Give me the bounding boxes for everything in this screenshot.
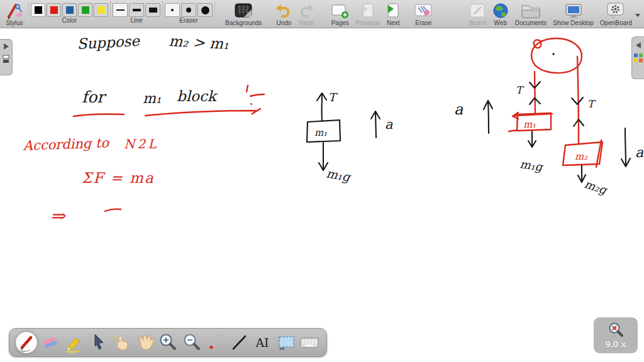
svg-text:m₁: m₁ bbox=[314, 127, 327, 138]
eraser-large-button[interactable] bbox=[197, 3, 213, 17]
previous-button[interactable]: Previous bbox=[352, 0, 383, 28]
svg-text:According to: According to bbox=[22, 135, 109, 153]
pan-tool-button[interactable] bbox=[134, 331, 155, 354]
right-drawer-tab[interactable] bbox=[631, 36, 644, 79]
color-swatch-blue[interactable] bbox=[62, 3, 77, 17]
keyboard-tool-button[interactable] bbox=[299, 331, 320, 354]
gear-bubble-icon bbox=[606, 2, 625, 19]
folder-icon bbox=[520, 2, 541, 19]
line-thick-button[interactable] bbox=[145, 3, 160, 17]
color-swatch-black[interactable] bbox=[31, 3, 45, 17]
stylus-button[interactable]: Stylus bbox=[3, 0, 26, 28]
undo-button[interactable]: Undo bbox=[272, 0, 295, 28]
line-thin-button[interactable] bbox=[113, 3, 128, 17]
red-dash bbox=[105, 209, 121, 211]
globe-icon bbox=[492, 2, 509, 19]
backgrounds-label: Backgrounds bbox=[225, 19, 262, 27]
medium-dot-icon bbox=[186, 8, 191, 13]
weight2-arrow bbox=[578, 165, 586, 182]
expand-right-icon bbox=[4, 43, 9, 50]
zoom-in-tool-button[interactable] bbox=[157, 331, 179, 354]
toolbar-separator bbox=[110, 1, 111, 27]
line-tool-button[interactable] bbox=[228, 331, 250, 354]
eraser-medium-button[interactable] bbox=[181, 3, 196, 17]
svg-text:AI: AI bbox=[255, 336, 269, 349]
chevron-down-icon[interactable] bbox=[635, 14, 640, 17]
eraser-tool-button[interactable] bbox=[40, 331, 61, 354]
color-swatch-red[interactable] bbox=[47, 3, 61, 17]
erase-label: Erase bbox=[415, 19, 431, 27]
cursor-arrow-icon bbox=[87, 332, 108, 353]
left-drawer-tab[interactable] bbox=[0, 39, 13, 75]
color-swatch-green[interactable] bbox=[78, 3, 92, 17]
pen-tool-button[interactable] bbox=[16, 332, 37, 353]
board-button[interactable]: Board bbox=[466, 0, 489, 28]
svg-text:Suppose: Suppose bbox=[77, 33, 141, 52]
weight1-arrow bbox=[528, 131, 536, 147]
zoom-out-tool-button[interactable] bbox=[181, 331, 203, 354]
thin-line-icon bbox=[116, 9, 125, 11]
ink-layer: Suppose m₂ > m₁ for m₁ block According t… bbox=[0, 0, 644, 362]
documents-button[interactable]: Documents bbox=[512, 0, 550, 28]
redo-icon bbox=[298, 2, 314, 19]
svg-text:a: a bbox=[385, 117, 393, 132]
laser-tool-button[interactable] bbox=[204, 331, 226, 354]
text-tool-button[interactable]: AI bbox=[252, 331, 273, 354]
green-swatch-icon bbox=[82, 6, 89, 14]
zoom-indicator-button[interactable]: 9.0 x bbox=[594, 317, 638, 353]
pulley-diagram: T T a m₁ m₁g m₂ m₂g a bbox=[454, 38, 644, 197]
zoom-in-icon bbox=[158, 332, 178, 353]
pen-icon bbox=[16, 332, 36, 353]
yellow-swatch-icon bbox=[97, 6, 105, 14]
eraser-small-button[interactable] bbox=[165, 3, 180, 17]
svg-text:m₁g: m₁g bbox=[519, 157, 545, 173]
erase-button[interactable]: Erase bbox=[411, 0, 436, 28]
pointing-finger-icon bbox=[111, 332, 131, 353]
keyboard-icon bbox=[299, 332, 319, 353]
page-stack-icon bbox=[3, 55, 10, 63]
svg-text:block: block bbox=[177, 88, 218, 104]
acceleration-arrow bbox=[371, 111, 380, 138]
eraser-label: Eraser bbox=[179, 17, 197, 25]
blue-swatch-icon bbox=[66, 6, 74, 14]
select-tool-button[interactable] bbox=[87, 331, 108, 354]
svg-text:ΣF = ma: ΣF = ma bbox=[82, 170, 155, 186]
toolbar-separator bbox=[28, 1, 29, 27]
expand-left-icon bbox=[636, 42, 641, 48]
backgrounds-button[interactable]: Backgrounds bbox=[222, 0, 265, 28]
interact-tool-button[interactable] bbox=[110, 331, 131, 354]
underline-block bbox=[145, 109, 260, 116]
svg-text:⇒: ⇒ bbox=[50, 206, 66, 226]
color-swatch-yellow[interactable] bbox=[94, 3, 108, 17]
svg-text:✂: ✂ bbox=[279, 345, 285, 353]
web-button[interactable]: Web bbox=[489, 0, 512, 28]
weight-arrow bbox=[319, 143, 328, 170]
documents-label: Documents bbox=[515, 19, 547, 27]
openboard-menu-button[interactable]: OpenBoard bbox=[597, 0, 635, 28]
highlighter-tool-button[interactable] bbox=[63, 331, 84, 354]
library-yellow-icon bbox=[634, 58, 638, 62]
rope-left bbox=[535, 72, 535, 114]
tool-palette: AI ✂ bbox=[9, 328, 327, 357]
small-dot-icon bbox=[171, 9, 174, 11]
line-label: Line bbox=[131, 17, 143, 25]
next-page-icon bbox=[386, 2, 400, 19]
redo-button[interactable]: Redo bbox=[295, 0, 318, 28]
monitor-icon bbox=[564, 2, 583, 19]
next-button[interactable]: Next bbox=[383, 0, 403, 28]
thick-line-icon bbox=[149, 8, 157, 13]
show-desktop-button[interactable]: Show Desktop bbox=[550, 0, 596, 28]
svg-text:T: T bbox=[587, 98, 596, 110]
pages-button[interactable]: Pages bbox=[328, 0, 352, 28]
stylus-label: Stylus bbox=[6, 19, 23, 27]
zoom-value: 9.0 x bbox=[605, 339, 626, 349]
hand-icon bbox=[135, 332, 155, 353]
capture-tool-button[interactable]: ✂ bbox=[275, 331, 297, 354]
black-swatch-icon bbox=[35, 6, 42, 14]
line-medium-button[interactable] bbox=[129, 3, 144, 17]
svg-text:a: a bbox=[454, 101, 464, 118]
library-blue-icon bbox=[634, 53, 638, 57]
previous-label: Previous bbox=[355, 19, 380, 27]
next-label: Next bbox=[387, 19, 400, 27]
show-desktop-label: Show Desktop bbox=[553, 19, 593, 27]
